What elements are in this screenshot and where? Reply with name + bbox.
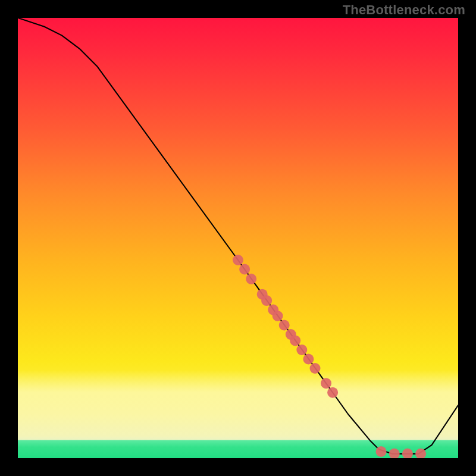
- data-point: [415, 449, 426, 458]
- plot-area: [18, 18, 458, 458]
- data-point: [239, 264, 250, 275]
- data-points-layer: [18, 18, 458, 458]
- data-point: [233, 255, 243, 265]
- data-point: [261, 295, 272, 306]
- data-point: [376, 446, 387, 457]
- data-point: [321, 378, 331, 389]
- data-point: [246, 274, 256, 284]
- watermark-text: TheBottleneck.com: [343, 2, 465, 18]
- data-point: [402, 449, 413, 458]
- data-point: [303, 354, 314, 365]
- data-point: [296, 345, 307, 355]
- data-point: [273, 311, 283, 321]
- data-point: [290, 335, 300, 346]
- chart-container: TheBottleneck.com: [0, 0, 476, 476]
- data-point: [310, 363, 321, 374]
- data-point: [279, 320, 290, 331]
- data-point: [389, 449, 400, 458]
- data-point: [327, 387, 338, 398]
